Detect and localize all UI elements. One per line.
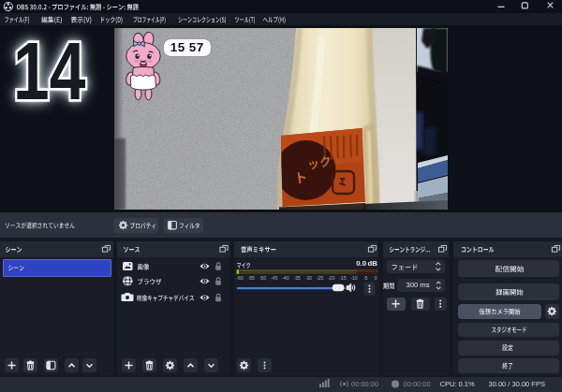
svg-text:-25: -25 xyxy=(317,275,324,281)
svg-text:-10: -10 xyxy=(350,275,358,281)
svg-text:-45: -45 xyxy=(271,275,278,281)
svg-text:-40: -40 xyxy=(282,275,289,281)
svg-text:-35: -35 xyxy=(293,275,301,281)
svg-text:0: 0 xyxy=(374,275,377,281)
svg-text:-5: -5 xyxy=(363,275,368,281)
svg-text:-50: -50 xyxy=(259,275,267,281)
svg-text:-15: -15 xyxy=(339,275,347,281)
svg-text:-60: -60 xyxy=(236,275,244,281)
svg-text:-55: -55 xyxy=(247,275,255,281)
svg-text:-30: -30 xyxy=(304,275,312,281)
svg-text:-20: -20 xyxy=(328,275,335,281)
